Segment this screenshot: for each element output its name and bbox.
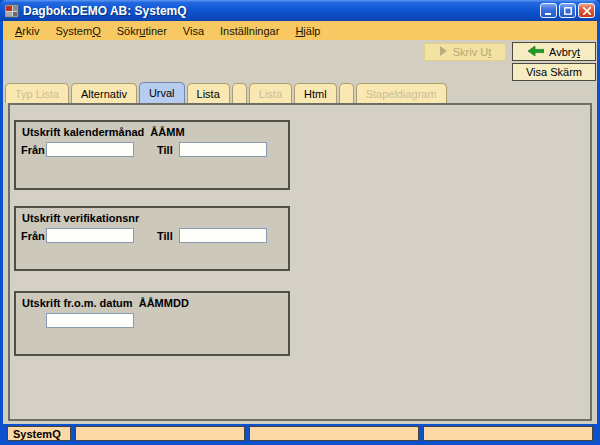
fran-label: Från (21, 230, 46, 242)
menu-item-systemq[interactable]: SystemQ (47, 23, 108, 39)
print-button-label: Skriv Ut (453, 46, 492, 58)
show-screen-button-label: Visa Skärm (526, 66, 582, 78)
window-controls (540, 3, 595, 18)
cancel-button[interactable]: Avbryt (512, 42, 596, 61)
cancel-button-label: Avbryt (549, 46, 580, 58)
tab-lista[interactable]: Lista (187, 83, 230, 103)
verifikationsnr-till-input[interactable] (179, 228, 267, 243)
till-label: Till (157, 230, 179, 242)
tab-urval[interactable]: Urval (139, 82, 185, 103)
play-right-triangle-icon (439, 46, 448, 58)
groupbox-title: Utskrift kalendermånad ÅÅMM (16, 122, 288, 138)
window-title: Dagbok:DEMO AB: SystemQ (23, 4, 540, 18)
title-bar: Dagbok:DEMO AB: SystemQ (0, 0, 600, 21)
close-button[interactable] (578, 3, 595, 18)
till-label: Till (157, 144, 179, 156)
status-panel (75, 426, 245, 441)
tab-html[interactable]: Html (294, 83, 337, 103)
show-screen-button[interactable]: Visa Skärm (512, 63, 596, 81)
menu-bar: Arkiv SystemQ Sökrutiner Visa Inställnin… (3, 21, 597, 40)
tab-strip: Typ Lista Alternativ Urval Lista Lista H… (5, 82, 447, 103)
urval-tab-panel: Utskrift kalendermånad ÅÅMM Från Till Ut… (8, 103, 592, 421)
menu-item-sokrutiner[interactable]: Sökrutiner (109, 23, 175, 39)
tab-spacer-2 (339, 83, 354, 103)
status-panel-systemq: SystemQ (7, 426, 71, 441)
app-window: Dagbok:DEMO AB: SystemQ Arkiv SystemQ Sö… (0, 0, 600, 445)
kalendermanad-till-input[interactable] (179, 142, 267, 157)
status-bar: SystemQ (3, 424, 597, 441)
tab-stapeldiagram: Stapeldiagram (356, 83, 447, 103)
menu-item-hjalp[interactable]: Hjälp (287, 23, 328, 39)
tab-spacer (232, 83, 247, 103)
kalendermanad-fran-input[interactable] (46, 142, 134, 157)
groupbox-title: Utskrift fr.o.m. datum ÅÅMMDD (16, 293, 288, 309)
main-area: Skriv Ut Avbryt Visa Skärm Typ Lista Alt… (3, 40, 597, 424)
verifikationsnr-fran-input[interactable] (46, 228, 134, 243)
tab-alternativ[interactable]: Alternativ (71, 83, 137, 103)
status-panel (423, 426, 593, 441)
tab-typ-lista: Typ Lista (5, 83, 69, 103)
fran-label: Från (21, 144, 46, 156)
maximize-button[interactable] (559, 3, 576, 18)
print-button: Skriv Ut (424, 43, 506, 61)
menu-item-installningar[interactable]: Inställningar (212, 23, 287, 39)
green-left-arrow-icon (528, 46, 544, 58)
tab-lista-2: Lista (249, 83, 292, 103)
groupbox-kalendermanad: Utskrift kalendermånad ÅÅMM Från Till (14, 120, 290, 190)
groupbox-verifikationsnr: Utskrift verifikationsnr Från Till (14, 206, 290, 271)
app-icon (5, 4, 19, 18)
menu-item-visa[interactable]: Visa (175, 23, 212, 39)
groupbox-title: Utskrift verifikationsnr (16, 208, 288, 224)
groupbox-fom-datum: Utskrift fr.o.m. datum ÅÅMMDD (14, 291, 290, 356)
fom-datum-input[interactable] (46, 313, 134, 328)
status-panel (249, 426, 419, 441)
menu-item-arkiv[interactable]: Arkiv (7, 23, 47, 39)
minimize-button[interactable] (540, 3, 557, 18)
